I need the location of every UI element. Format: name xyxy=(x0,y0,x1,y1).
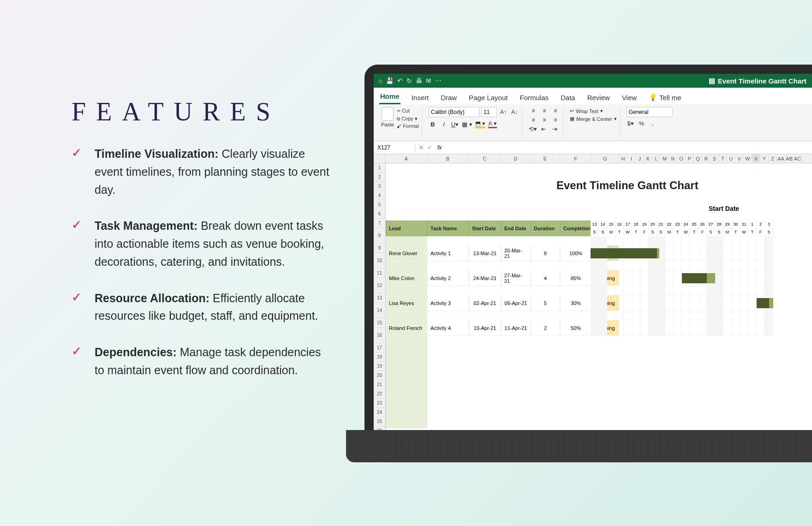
col-header[interactable]: M xyxy=(661,154,669,163)
col-header[interactable]: A xyxy=(386,154,427,163)
col-header[interactable]: AC xyxy=(794,154,802,163)
col-header[interactable]: V xyxy=(735,154,744,163)
col-header[interactable]: B xyxy=(427,154,469,163)
fill-color-button[interactable]: ⬒ ▾ xyxy=(475,120,486,128)
percent-icon[interactable]: % xyxy=(638,120,646,127)
row-header[interactable]: 1 xyxy=(374,163,385,173)
undo-icon[interactable]: ↶ xyxy=(397,77,403,84)
bold-button[interactable]: B xyxy=(429,121,437,128)
cancel-icon[interactable]: ✕ xyxy=(419,144,424,151)
cut-button[interactable]: Cut xyxy=(397,107,419,115)
row-headers[interactable]: 1234567891011121314151617181920212223242… xyxy=(374,163,386,434)
col-header[interactable]: R xyxy=(702,154,710,163)
align-bottom-icon[interactable]: ≡ xyxy=(551,107,560,114)
increase-indent-icon[interactable]: ⇥ xyxy=(551,126,559,132)
decrease-font-icon[interactable]: A↓ xyxy=(510,108,519,117)
tab-formulas[interactable]: Formulas xyxy=(519,91,549,104)
tab-data[interactable]: Data xyxy=(560,91,576,104)
col-header[interactable]: P xyxy=(686,154,694,163)
col-header[interactable]: AB xyxy=(785,154,794,163)
save-icon[interactable]: 💾 xyxy=(386,77,394,84)
col-header[interactable]: S xyxy=(710,154,719,163)
col-header[interactable]: J xyxy=(636,154,644,163)
row-header[interactable]: 24 xyxy=(374,408,385,417)
row-header[interactable]: 6 xyxy=(374,209,385,219)
col-header[interactable]: L xyxy=(652,154,661,163)
col-header[interactable]: AA xyxy=(777,154,785,163)
tab-insert[interactable]: Insert xyxy=(411,91,430,104)
spreadsheet-grid[interactable]: Event Timeline Gantt Chart Start Date Le… xyxy=(386,163,812,434)
col-header[interactable]: U xyxy=(727,154,735,163)
col-header[interactable]: X xyxy=(752,154,760,163)
fx-icon[interactable]: fx xyxy=(436,144,443,151)
row-header[interactable]: 18 xyxy=(374,353,385,362)
col-header[interactable]: D xyxy=(501,154,531,163)
row-header[interactable]: 3 xyxy=(374,182,385,191)
currency-icon[interactable]: $▾ xyxy=(627,120,635,127)
col-header[interactable]: I xyxy=(627,154,636,163)
row-header[interactable]: 13 xyxy=(374,293,385,303)
align-top-icon[interactable]: ≡ xyxy=(529,107,538,114)
paste-button[interactable]: Paste xyxy=(381,107,394,127)
name-box[interactable]: X127 xyxy=(374,144,415,151)
row-header[interactable]: 22 xyxy=(374,389,385,399)
tell-me[interactable]: 💡 Tell me xyxy=(648,90,682,104)
tab-view[interactable]: View xyxy=(621,91,638,104)
mail-icon[interactable]: ✉ xyxy=(426,77,431,84)
col-header[interactable]: Y xyxy=(760,154,769,163)
tab-draw[interactable]: Draw xyxy=(440,91,458,104)
row-header[interactable]: 2 xyxy=(374,173,385,182)
enter-icon[interactable]: ✓ xyxy=(427,144,432,151)
column-headers[interactable]: ABCDEFGHIJKLMNOPQRSTUVWXYZAAABAC xyxy=(374,154,812,163)
copy-button[interactable]: Copy ▾ xyxy=(397,115,419,123)
row-header[interactable]: 4 xyxy=(374,191,385,200)
tab-review[interactable]: Review xyxy=(586,91,611,104)
format-painter-button[interactable]: Format xyxy=(397,122,419,130)
align-middle-icon[interactable]: ≡ xyxy=(540,107,549,114)
row-header[interactable]: 23 xyxy=(374,399,385,408)
table-row[interactable]: Rene GloverActivity 113-Mar-2120-Mar-218… xyxy=(386,245,619,261)
print-icon[interactable]: 🖶 xyxy=(416,77,422,84)
col-header[interactable]: K xyxy=(644,154,652,163)
font-size-select[interactable] xyxy=(481,107,497,117)
row-header[interactable]: 17 xyxy=(374,343,385,353)
row-header[interactable]: 15 xyxy=(374,318,385,328)
wrap-text-button[interactable]: ↩Wrap Text ▾ xyxy=(570,107,603,115)
col-header[interactable]: O xyxy=(677,154,686,163)
table-row[interactable]: Roland FrenchActivity 410-Apr-2111-Apr-2… xyxy=(386,320,619,336)
col-header[interactable]: T xyxy=(719,154,727,163)
merge-center-button[interactable]: ▦Merge & Center ▾ xyxy=(570,115,617,123)
row-header[interactable]: 14 xyxy=(374,303,385,318)
tab-page-layout[interactable]: Page Layout xyxy=(468,91,508,104)
col-header[interactable]: F xyxy=(560,154,591,163)
row-header[interactable]: 25 xyxy=(374,417,385,426)
row-header[interactable]: 21 xyxy=(374,380,385,389)
font-color-button[interactable]: A ▾ xyxy=(488,120,497,128)
align-left-icon[interactable]: ≡ xyxy=(529,116,538,124)
number-format-select[interactable] xyxy=(627,107,673,117)
align-center-icon[interactable]: ≡ xyxy=(540,116,549,124)
col-header[interactable]: H xyxy=(619,154,627,163)
underline-button[interactable]: U ▾ xyxy=(451,121,459,128)
decrease-indent-icon[interactable]: ⇤ xyxy=(540,126,548,132)
col-header[interactable]: Q xyxy=(694,154,702,163)
row-header[interactable]: 5 xyxy=(374,200,385,209)
redo-icon[interactable]: ↻ xyxy=(406,77,412,84)
border-button[interactable]: ▦ ▾ xyxy=(462,121,472,128)
col-header[interactable]: Z xyxy=(769,154,777,163)
orientation-icon[interactable]: ⟲▾ xyxy=(529,126,537,132)
row-header[interactable]: 11 xyxy=(374,269,385,278)
align-right-icon[interactable]: ≡ xyxy=(551,116,560,124)
col-header[interactable]: E xyxy=(531,154,560,163)
row-header[interactable]: 9 xyxy=(374,244,385,253)
row-header[interactable]: 19 xyxy=(374,362,385,371)
italic-button[interactable]: I xyxy=(440,121,448,128)
row-header[interactable]: 12 xyxy=(374,278,385,293)
row-header[interactable]: 20 xyxy=(374,371,385,380)
row-header[interactable]: 7 xyxy=(374,219,385,228)
home-icon[interactable]: ⌂ xyxy=(378,77,382,84)
col-header[interactable]: G xyxy=(591,154,619,163)
row-header[interactable]: 8 xyxy=(374,228,385,244)
comma-icon[interactable]: , xyxy=(649,120,657,127)
col-header[interactable]: C xyxy=(469,154,501,163)
